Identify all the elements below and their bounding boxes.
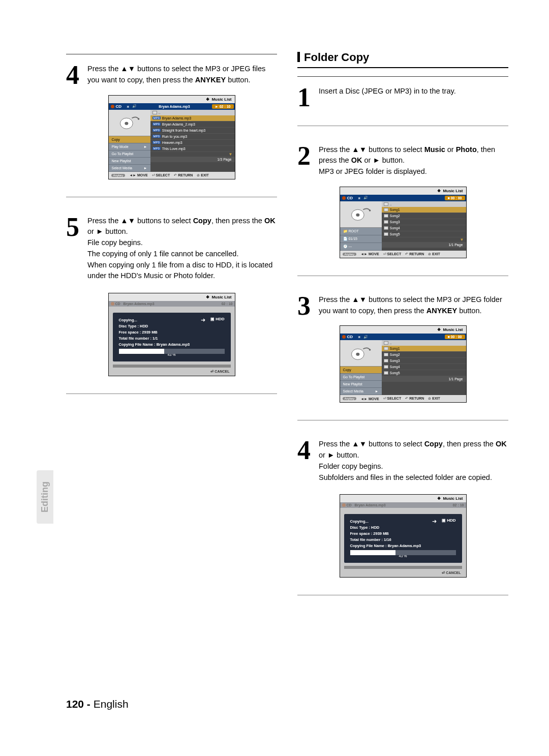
- folder-icon: [384, 202, 388, 206]
- copy-info: Copying File Name : Bryan Adams.mp3: [350, 543, 456, 548]
- arrow-right-icon: ►: [144, 145, 147, 148]
- folder-row-item[interactable]: Song4: [382, 364, 466, 370]
- arrow-right-icon: ►: [144, 166, 147, 170]
- menu-copy[interactable]: Copy: [340, 367, 382, 374]
- folder-icon: [384, 341, 388, 345]
- svg-point-1: [125, 122, 128, 125]
- file-row[interactable]: MP3Bryan Adams.mp3: [150, 115, 235, 122]
- scroll-down-icon[interactable]: ▼: [382, 237, 466, 242]
- diamond-icon: ❖: [437, 327, 441, 332]
- folder-up[interactable]: ..: [382, 201, 466, 207]
- step-4-right: 4 Press the ▲▼ buttons to select Copy, t…: [297, 438, 508, 483]
- t: button.: [226, 76, 250, 84]
- nav-move: MOVE: [137, 173, 148, 177]
- menu-newplaylist[interactable]: New Playlist: [109, 158, 150, 165]
- t: buttons to select: [135, 217, 193, 225]
- right-column: Folder Copy 1 Insert a Disc (JPEG or MP3…: [297, 51, 508, 725]
- folder-row-item[interactable]: Song5: [382, 370, 466, 376]
- menu-playmode[interactable]: Play Mode►: [109, 143, 150, 150]
- step-3: 3 Press the ▲▼ buttons to select the MP3…: [297, 293, 508, 317]
- mp3-badge: MP3: [152, 147, 161, 150]
- disc-icon: [342, 196, 346, 200]
- folder-row-item[interactable]: Song1: [382, 207, 466, 213]
- anykey-label: ANYKEY: [195, 76, 226, 84]
- t: buttons to select: [367, 440, 424, 448]
- copy-info: Disc Type : HDD: [350, 525, 456, 530]
- svg-point-8: [369, 349, 371, 351]
- folder-icon: [384, 232, 388, 236]
- folder-row-item[interactable]: Song3: [382, 219, 466, 225]
- folder-icon: [384, 359, 388, 362]
- file-row[interactable]: MP3Straight from the heart.mp3: [150, 128, 235, 134]
- pager: 1/1 Page: [382, 242, 466, 248]
- t: MP3 or JPEG folder is displayed.: [319, 167, 427, 175]
- nav-move: MOVE: [369, 397, 379, 401]
- folder-icon: [384, 365, 388, 369]
- copy-info: Total file number : 1/16: [350, 537, 456, 542]
- t: The copying of only 1 file cannot be can…: [87, 250, 238, 258]
- cd-label: CD: [115, 302, 120, 306]
- svg-point-2: [137, 118, 139, 120]
- menu-gotoplaylist[interactable]: Go To Playlist: [340, 374, 382, 381]
- folder-row-item[interactable]: Song2: [382, 213, 466, 219]
- t: button.: [380, 156, 405, 164]
- step-number: 3: [297, 293, 315, 317]
- file-row[interactable]: MP3Bryan Adams_2.mp3: [150, 122, 235, 128]
- menu-gotoplaylist[interactable]: Go To Playlist: [109, 150, 150, 158]
- anykey-pill: Anykey: [111, 174, 126, 177]
- diamond-icon: ❖: [437, 496, 441, 501]
- diamond-icon: ❖: [206, 97, 209, 102]
- pager: 1/3 Page: [150, 157, 235, 162]
- speaker-icon: 🔊: [363, 196, 368, 200]
- navbar: Anykey ◄► MOVE ⏎ SELECT ↶ RETURN ⊘ EXIT: [340, 395, 466, 402]
- folder-row-item[interactable]: Song2: [382, 352, 466, 358]
- t: buttons to select: [367, 145, 424, 154]
- disc-art: [340, 201, 382, 228]
- folder-icon: [384, 208, 388, 211]
- now-playing: Bryan Adams.mp3: [123, 302, 154, 306]
- cancel-label[interactable]: CANCEL: [446, 571, 461, 574]
- menu-newplaylist[interactable]: New Playlist: [340, 381, 382, 388]
- copy-label: Copy: [424, 440, 443, 448]
- svg-point-4: [356, 214, 359, 217]
- ui-copy-dialog-folder: ❖Music List CD Bryan Adams.mp302 : 10 Co…: [340, 494, 467, 578]
- folder-row-item[interactable]: Song5: [382, 231, 466, 237]
- anykey-label: ANYKEY: [426, 307, 457, 315]
- nav-move: MOVE: [369, 252, 379, 256]
- folder-up[interactable]: ..: [150, 110, 235, 115]
- folder-row-item[interactable]: Song4: [382, 225, 466, 231]
- disc-icon: [342, 335, 346, 339]
- time: 00 : 00: [451, 335, 462, 339]
- ui-title: Music List: [443, 496, 463, 501]
- svg-point-7: [356, 353, 359, 356]
- file-row[interactable]: MP3Heaven.mp3: [150, 140, 235, 146]
- t: or: [319, 451, 327, 459]
- mp3-badge: MP3: [152, 129, 161, 132]
- step-number: 4: [297, 438, 315, 483]
- folder-row-item[interactable]: Song1: [382, 346, 466, 352]
- folder-icon: [384, 226, 388, 230]
- arrow-right-icon: ►: [375, 389, 379, 393]
- menu-copy[interactable]: Copy: [109, 136, 150, 143]
- mp3-badge: MP3: [152, 135, 161, 138]
- anykey-pill: Anykey: [343, 397, 357, 400]
- counter: 📄 01/15: [340, 235, 382, 243]
- folder-up[interactable]: ..: [382, 340, 466, 346]
- folder-icon: [384, 347, 388, 350]
- ui-copy-dialog-file: ❖Music List CD Bryan Adams.mp302 : 10 Co…: [108, 293, 235, 376]
- ui-music-list-folder-menu: ❖Music List CD ⤭ 🔊 ■ 00 : 00 Copy Go To …: [340, 325, 467, 403]
- nav-select: SELECT: [387, 397, 402, 400]
- left-column: 4 Press the ▲▼ buttons to select the MP3…: [66, 51, 277, 725]
- menu-selectmedia[interactable]: Select Media►: [340, 388, 382, 395]
- page-number: 120 -: [66, 698, 90, 710]
- hdd-label: HDD: [447, 518, 455, 523]
- pager: 1/1 Page: [382, 376, 466, 382]
- file-row[interactable]: MP3Run to you.mp3: [150, 134, 235, 140]
- ui-title: Music List: [443, 189, 463, 193]
- cancel-label[interactable]: CANCEL: [215, 370, 229, 373]
- folder-row-item[interactable]: Song3: [382, 358, 466, 364]
- scroll-down-icon[interactable]: ▼: [150, 152, 235, 157]
- menu-selectmedia[interactable]: Select Media►: [109, 165, 150, 172]
- file-row[interactable]: MP3This Love.mp3: [150, 146, 235, 152]
- shuffle-icon: ⤭: [355, 196, 363, 200]
